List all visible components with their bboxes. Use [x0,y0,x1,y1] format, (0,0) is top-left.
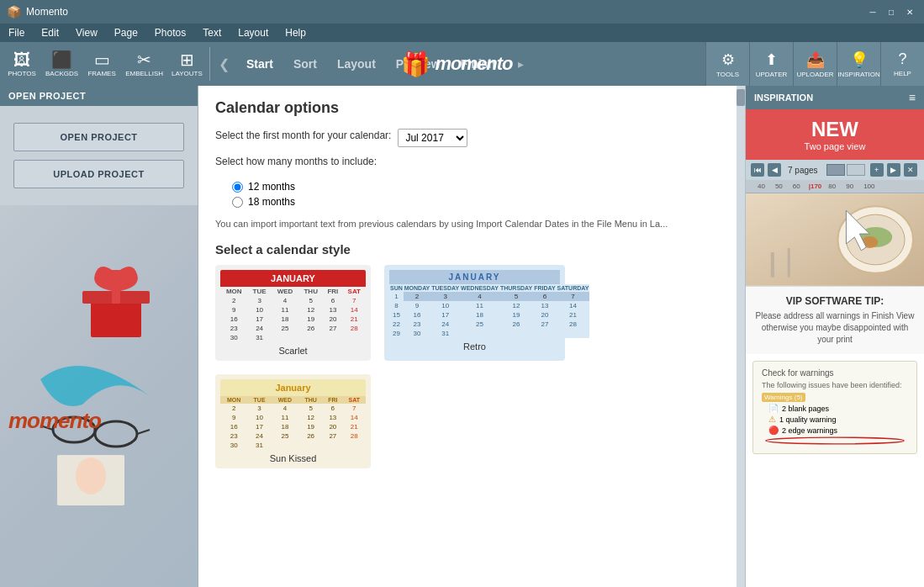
nav-tab-sort[interactable]: Sort [290,56,320,72]
table-row: 293031 [389,329,589,338]
toolbar-help-button[interactable]: ? HELP [880,42,924,86]
table-row: 22232425262728 [389,320,589,329]
nav-back-arrow[interactable]: ❮ [219,56,230,72]
app-icon: 📦 [7,5,21,19]
inspiration-tip-box: VIP SOFTWARE TIP: Please address all war… [746,286,924,354]
inspiration-menu-icon[interactable]: ≡ [909,91,916,104]
open-project-button[interactable]: OPEN PROJECT [13,123,184,151]
maximize-button[interactable]: □ [884,4,899,19]
uploader-icon: 📤 [806,50,825,69]
first-month-select[interactable]: Jan 2017 Feb 2017 Mar 2017 Apr 2017 May … [398,129,467,147]
sidebar-header: OPEN PROJECT [0,86,198,106]
photos-icon: 🖼 [13,51,30,68]
warning-items: 📄 2 blank pages ⚠ 1 quality warning 🔴 2 … [768,404,908,435]
col-thu: THU [298,287,323,296]
radio-12months[interactable]: 12 months [232,181,720,193]
radio-12months-input[interactable] [232,182,243,193]
radio-18months[interactable]: 18 months [232,196,720,208]
thumb-1[interactable] [826,164,845,176]
edge-text: 2 edge warnings [782,426,837,435]
inspiration-tip-text: Please address all warnings in Finish Vi… [754,310,916,346]
nav-page-thumbnails [826,164,865,176]
calendar-styles-container: JANUARY MON TUE WED THU FRI SAT [215,265,720,468]
toolbar-uploader-button[interactable]: 📤 UPLOADER [793,42,837,86]
minimize-button[interactable]: ─ [865,4,880,19]
inspiration-new-label: NEW [754,118,916,141]
table-row: 161718192021 [220,422,366,431]
content-area: Calendar options Select the first month … [198,86,737,587]
svg-point-4 [95,421,137,447]
svg-point-9 [76,457,106,494]
svg-rect-17 [788,248,790,278]
thumb-2[interactable] [847,164,865,176]
table-row: 91011121314 [220,305,366,315]
menu-photos[interactable]: Photos [146,24,194,42]
nav-prev-button[interactable]: ◀ [768,163,781,177]
sidebar-decoration [15,262,183,531]
menu-layout[interactable]: Layout [230,24,277,42]
help-icon: ? [898,50,906,68]
menu-view[interactable]: View [67,24,106,42]
sunkissed-title: January [220,379,366,396]
nav-close-button[interactable]: ✕ [904,163,917,177]
blank-pages-icon: 📄 [768,404,779,413]
close-button[interactable]: ✕ [902,4,917,19]
col-wed: WED [272,287,298,296]
frames-icon: ▭ [94,51,110,68]
calendar-option-scarlet[interactable]: JANUARY MON TUE WED THU FRI SAT [215,265,371,361]
nav-add-button[interactable]: + [870,163,884,177]
radio-12months-label: 12 months [248,181,295,193]
inspiration-body: NEW Two page view ⏮ ◀ 7 pages + ▶ ✕ 40 5… [746,109,924,587]
nav-next-button[interactable]: ▶ [887,163,900,177]
radio-18months-input[interactable] [232,197,243,208]
first-month-label: Select the first month for your calendar… [215,130,391,141]
warning-edge: 🔴 2 edge warnings [768,426,908,435]
nav-tab-start[interactable]: Start [243,56,277,72]
menu-help[interactable]: Help [277,24,314,42]
uploader-label: UPLOADER [796,71,833,78]
scarlet-calendar-grid: MON TUE WED THU FRI SAT 234567 [220,287,366,342]
sunkissed-label: Sun Kissed [220,453,366,463]
toolbar-tools-button[interactable]: ⚙ TOOLS [705,42,749,86]
upload-project-button[interactable]: UPLOAD PROJECT [13,160,184,188]
menubar: File Edit View Page Photos Text Layout H… [0,24,924,42]
toolbar-separator [209,47,210,81]
nav-first-button[interactable]: ⏮ [751,163,764,177]
menu-page[interactable]: Page [106,24,146,42]
backgds-icon: ⬛ [51,51,72,68]
toolbar-frames[interactable]: ▭ FRAMES [83,44,120,84]
app-title: Momento [26,6,865,18]
toolbar-updater-button[interactable]: ⬆ UPDATER [749,42,793,86]
calendar-option-retro[interactable]: JANUARY SUN MONDAY TUESDAY WEDNESDAY THU… [384,265,565,361]
logo-arrow: ▸ [518,57,524,71]
table-row: 91011121314 [220,413,366,422]
scrollbar-thumb[interactable] [737,89,745,106]
inspiration-nav-bar: ⏮ ◀ 7 pages + ▶ ✕ [746,160,924,180]
content-scrollbar[interactable] [737,86,745,587]
menu-edit[interactable]: Edit [33,24,67,42]
updater-label: UPDATER [756,71,788,78]
updater-icon: ⬆ [765,50,778,69]
warning-subtitle: The following issues have been identifie… [762,381,908,389]
toolbar-embellish[interactable]: ✂ EMBELLISH [122,44,166,84]
retro-title: JANUARY [389,270,560,284]
menu-text[interactable]: Text [194,24,230,42]
toolbar-inspiration-button[interactable]: 💡 INSPIRATION [837,42,880,86]
nav-tab-layout[interactable]: Layout [334,56,379,72]
embellish-icon: ✂ [137,51,151,68]
svg-line-7 [137,430,150,434]
help-label: HELP [894,70,911,77]
toolbar-backgds[interactable]: ⬛ BACKGDS [42,44,82,84]
app-logo-area: 🎁 momento ▸ [401,50,524,78]
warning-circle [762,436,908,445]
tools-label: TOOLS [716,71,739,78]
warning-quality: ⚠ 1 quality warning [768,415,908,424]
toolbar-photos[interactable]: 🖼 PHOTOS [3,44,40,84]
col-fri: FRI [323,287,342,296]
calendar-option-sunkissed[interactable]: January MON TUE WED THU FRI SAT [215,374,371,468]
svg-rect-2 [112,270,120,304]
menu-file[interactable]: File [0,24,33,42]
col-tue: TUE [247,287,271,296]
toolbar-layouts[interactable]: ⊞ LAYOUTS [168,44,206,84]
table-row: 234567 [220,296,366,305]
